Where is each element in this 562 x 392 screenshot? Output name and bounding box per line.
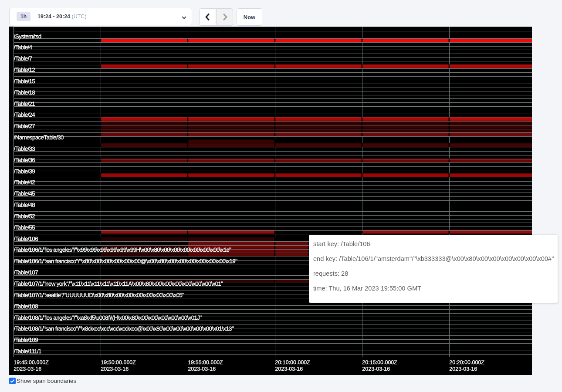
svg-text:/Table/21: /Table/21 [14, 101, 35, 107]
svg-text:/Table/107: /Table/107 [14, 269, 38, 276]
svg-text:/NamespaceTable/30: /NamespaceTable/30 [14, 134, 64, 141]
svg-text:/Table/27: /Table/27 [14, 123, 35, 129]
svg-text:/Table/52: /Table/52 [14, 213, 35, 220]
svg-text:/Table/106/1/"los angeles"/"\x: /Table/106/1/"los angeles"/"\x99\x99\x99… [14, 247, 232, 253]
svg-text:/Table/108/1/"los angeles"/"\x: /Table/108/1/"los angeles"/"\xa8\xf5\u00… [14, 314, 202, 321]
svg-text:20:15:00.000Z: 20:15:00.000Z [362, 359, 397, 365]
svg-text:19:55:00.000Z: 19:55:00.000Z [188, 359, 223, 365]
svg-text:2023-03-16: 2023-03-16 [275, 366, 303, 372]
svg-text:/Table/18: /Table/18 [14, 89, 35, 96]
svg-text:/Table/24: /Table/24 [14, 112, 36, 118]
svg-text:/System/tsd: /System/tsd [14, 33, 41, 40]
svg-text:/Table/4: /Table/4 [14, 44, 33, 51]
svg-text:2023-03-16: 2023-03-16 [14, 366, 41, 372]
svg-text:/Table/106: /Table/106 [14, 236, 38, 242]
svg-text:/Table/45: /Table/45 [14, 190, 35, 197]
svg-text:20:20:00.000Z: 20:20:00.000Z [449, 359, 484, 365]
svg-text:20:10:00.000Z: 20:10:00.000Z [275, 359, 310, 365]
svg-text:/Table/111/1: /Table/111/1 [14, 348, 41, 355]
svg-text:19:50:00.000Z: 19:50:00.000Z [101, 359, 136, 365]
svg-text:/Table/42: /Table/42 [14, 179, 35, 186]
svg-text:2023-03-16: 2023-03-16 [449, 366, 477, 372]
svg-text:/Table/33: /Table/33 [14, 145, 35, 152]
svg-text:/Table/39: /Table/39 [14, 168, 35, 175]
svg-text:/Table/109: /Table/109 [14, 337, 38, 343]
svg-text:2023-03-16: 2023-03-16 [188, 366, 216, 372]
svg-text:/Table/108: /Table/108 [14, 303, 38, 310]
svg-text:/Table/12: /Table/12 [14, 67, 35, 73]
svg-text:/Table/48: /Table/48 [14, 202, 35, 208]
svg-text:/Table/106/1/"san francisco"/": /Table/106/1/"san francisco"/"\x80\x00\x… [14, 258, 238, 264]
svg-text:/Table/55: /Table/55 [14, 224, 35, 231]
svg-text:2023-03-16: 2023-03-16 [362, 366, 390, 372]
svg-text:/Table/7: /Table/7 [14, 55, 32, 62]
svg-text:/Table/107/1/"seattle"/"UUUUUU: /Table/107/1/"seattle"/"UUUUUUD\x00\x80\… [14, 292, 185, 298]
svg-text:19:45:00.000Z: 19:45:00.000Z [14, 359, 49, 365]
svg-text:/Table/36: /Table/36 [14, 157, 35, 163]
svg-text:2023-03-16: 2023-03-16 [101, 366, 129, 372]
svg-text:/Table/108/1/"san francisco"/": /Table/108/1/"san francisco"/"\x8c\xcc\x… [14, 325, 234, 332]
svg-text:/Table/107/1/"new york"/"\x11\: /Table/107/1/"new york"/"\x11\x11\x11\x1… [14, 280, 223, 287]
svg-text:/Table/15: /Table/15 [14, 78, 35, 84]
